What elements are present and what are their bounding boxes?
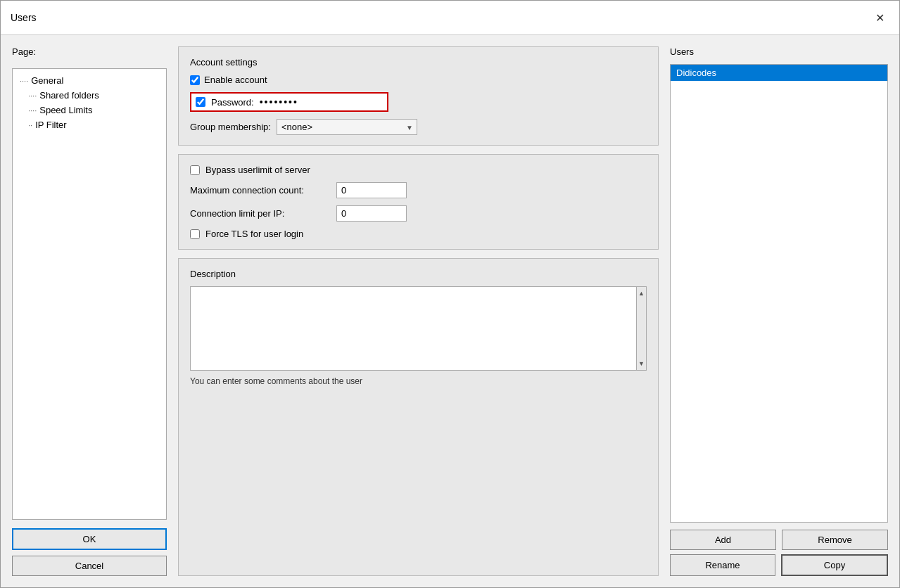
password-input[interactable] [260,96,383,108]
enable-account-label: Enable account [204,75,267,85]
users-list: Didicodes [670,64,888,523]
connection-limit-row: Connection limit per IP: 0 [190,205,647,222]
password-checkbox[interactable] [196,97,205,107]
nav-dots: ···· [20,77,28,85]
description-textarea-wrapper: ▲ ▼ [190,286,647,371]
users-btn-row-1: Add Remove [670,530,888,550]
main-content: Account settings Enable account Password… [178,46,659,576]
close-button[interactable]: ✕ [870,8,889,27]
dialog-title: Users [11,12,37,23]
user-item-didicodes[interactable]: Didicodes [671,65,887,81]
nav-label-general: General [31,75,63,86]
description-hint: You can enter some comments about the us… [190,376,647,386]
title-bar: Users ✕ [1,1,899,35]
description-title: Description [190,269,647,279]
cancel-button[interactable]: Cancel [12,556,167,576]
page-label: Page: [12,46,167,57]
connection-limit-input[interactable]: 0 [336,205,407,222]
users-btn-row-2: Rename Copy [670,554,888,576]
description-textarea[interactable] [191,287,636,370]
force-tls-row: Force TLS for user login [190,229,647,239]
scroll-up-icon[interactable]: ▲ [637,288,646,298]
password-label: Password: [211,97,254,108]
nav-label-ip-filter: IP Filter [35,120,67,130]
enable-account-checkbox[interactable] [190,75,200,85]
nav-item-shared-folders[interactable]: ···· Shared folders [15,88,163,103]
password-field-wrapper: Password: [190,92,388,112]
rename-user-button[interactable]: Rename [670,554,775,576]
nav-item-general[interactable]: ···· General [15,73,163,88]
max-connection-label: Maximum connection count: [190,185,331,196]
copy-user-button[interactable]: Copy [781,554,888,576]
scrollbar: ▲ ▼ [636,287,646,370]
nav-tree: ···· General ···· Shared folders ···· Sp… [12,68,167,520]
connection-settings-section: Bypass userlimit of server Maximum conne… [178,154,659,250]
max-connection-row: Maximum connection count: 0 [190,182,647,198]
enable-account-row: Enable account [190,75,647,85]
group-membership-select[interactable]: <none> [277,119,417,135]
max-connection-input[interactable]: 0 [336,182,407,198]
nav-item-speed-limits[interactable]: ···· Speed Limits [15,103,163,117]
nav-dots: ·· [28,121,32,129]
nav-item-ip-filter[interactable]: ·· IP Filter [15,117,163,132]
bypass-label: Bypass userlimit of server [205,165,310,175]
remove-user-button[interactable]: Remove [782,530,888,550]
nav-label-speed-limits: Speed Limits [39,105,92,115]
group-membership-label: Group membership: [190,122,271,132]
users-action-buttons: Add Remove Rename Copy [670,530,888,576]
left-panel: Page: ···· General ···· Shared folders ·… [12,46,167,576]
ok-button[interactable]: OK [12,528,167,550]
dialog-body: Page: ···· General ···· Shared folders ·… [1,35,899,587]
right-panel: Users Didicodes Add Remove Rename Copy [670,46,888,576]
password-row: Password: [190,92,647,112]
force-tls-checkbox[interactable] [190,229,200,239]
scroll-down-icon[interactable]: ▼ [637,359,646,369]
users-dialog: Users ✕ Page: ···· General ···· Shared f… [0,0,900,588]
force-tls-label: Force TLS for user login [205,229,303,239]
nav-dots: ···· [28,91,37,100]
bottom-buttons: OK Cancel [12,528,167,576]
account-settings-title: Account settings [190,57,647,68]
users-panel-title: Users [670,46,888,57]
nav-label-shared-folders: Shared folders [39,90,99,101]
add-user-button[interactable]: Add [670,530,776,550]
bypass-checkbox[interactable] [190,165,200,175]
group-membership-row: Group membership: <none> [190,119,647,135]
group-select-wrapper: <none> [277,119,417,135]
bypass-row: Bypass userlimit of server [190,165,647,175]
nav-dots: ···· [28,106,37,115]
connection-limit-label: Connection limit per IP: [190,208,331,219]
description-section: Description ▲ ▼ You can enter some comme… [178,258,659,576]
account-settings-section: Account settings Enable account Password… [178,46,659,146]
